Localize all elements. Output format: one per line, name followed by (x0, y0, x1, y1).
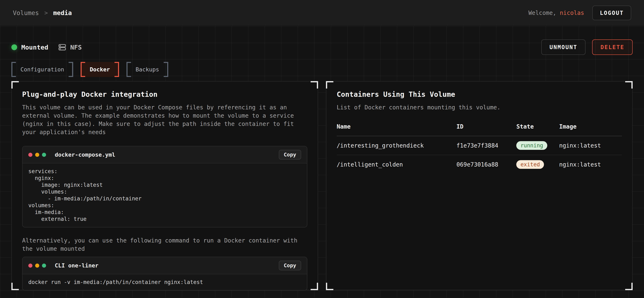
main-content: Mounted NFS UNMOUNT DELETE Configuration… (0, 26, 644, 298)
volume-actions: UNMOUNT DELETE (541, 39, 633, 55)
container-image: nginx:latest (559, 155, 622, 174)
containers-table-header-row: Name ID State Image (337, 123, 622, 136)
window-dot-green-icon (42, 153, 46, 157)
compose-code-text: services: nginx: image: nginx:latest vol… (28, 168, 301, 222)
compose-code-header: docker-compose.yml Copy (22, 146, 307, 163)
window-dots (28, 153, 46, 157)
top-header: Volumes > media Welcome, nicolas LOGOUT (0, 0, 644, 26)
column-header-image: Image (559, 123, 622, 136)
tab-docker[interactable]: Docker (80, 62, 119, 77)
driver-label: NFS (70, 43, 82, 51)
container-name: /interesting_grothendieck (337, 136, 456, 155)
column-header-name: Name (337, 123, 456, 136)
mounted-status-dot-icon (11, 44, 17, 50)
cli-code-body: docker run -v im-media:/path/in/containe… (22, 274, 307, 290)
panel-corner-bracket (311, 81, 318, 89)
username: nicolas (560, 9, 584, 16)
cli-block-title: CLI one-liner (55, 262, 98, 269)
welcome-message: Welcome, nicolas (528, 9, 584, 16)
panel-corner-bracket (625, 283, 633, 290)
panel-corner-bracket (311, 283, 318, 290)
container-image: nginx:latest (559, 136, 622, 155)
compose-code-body: services: nginx: image: nginx:latest vol… (22, 163, 307, 227)
table-row: /interesting_grothendieck f1e73e7f3884 r… (337, 136, 622, 155)
docker-panel-title: Plug-and-play Docker integration (22, 90, 307, 98)
containers-table: Name ID State Image /interesting_grothen… (337, 123, 622, 174)
volume-status-row: Mounted NFS UNMOUNT DELETE (11, 26, 633, 55)
panel-corner-bracket (11, 81, 19, 89)
window-dot-red-icon (28, 264, 32, 268)
breadcrumb: Volumes > media (13, 9, 72, 16)
server-icon (58, 43, 66, 51)
compose-copy-button[interactable]: Copy (279, 150, 301, 159)
panel-corner-bracket (326, 283, 333, 290)
status-badge: running (516, 141, 547, 150)
window-dot-red-icon (28, 153, 32, 157)
compose-code-block: docker-compose.yml Copy services: nginx:… (22, 146, 307, 227)
column-header-id: ID (456, 123, 516, 136)
status-badge: exited (516, 160, 544, 169)
docker-integration-panel: Plug-and-play Docker integration This vo… (11, 81, 318, 290)
containers-panel-subtitle: List of Docker containers mounting this … (337, 103, 622, 112)
status-indicators: Mounted NFS (11, 43, 82, 51)
container-id: 069e73016a88 (456, 155, 516, 174)
breadcrumb-volumes-link[interactable]: Volumes (13, 9, 39, 16)
window-dot-green-icon (42, 264, 46, 268)
logout-button[interactable]: LOGOUT (592, 5, 631, 20)
panel-corner-bracket (326, 81, 333, 89)
panels-container: Plug-and-play Docker integration This vo… (11, 81, 633, 290)
column-header-state: State (516, 123, 559, 136)
table-row: /intelligent_colden 069e73016a88 exited … (337, 155, 622, 174)
docker-panel-description: This volume can be used in your Docker C… (22, 103, 307, 137)
unmount-button[interactable]: UNMOUNT (541, 39, 586, 55)
tab-configuration[interactable]: Configuration (11, 62, 73, 77)
window-dots (28, 264, 46, 268)
cli-code-block: CLI one-liner Copy docker run -v im-medi… (22, 257, 307, 291)
cli-intro-text: Alternatively, you can use the following… (22, 237, 307, 253)
welcome-prefix: Welcome, (528, 9, 560, 16)
mount-status: Mounted (11, 43, 48, 51)
cli-copy-button[interactable]: Copy (279, 261, 301, 270)
container-name: /intelligent_colden (337, 155, 456, 174)
cli-code-text: docker run -v im-media:/path/in/containe… (28, 279, 301, 286)
container-id: f1e73e7f3884 (456, 136, 516, 155)
driver-indicator: NFS (58, 43, 82, 51)
cli-code-header: CLI one-liner Copy (22, 257, 307, 274)
panel-corner-bracket (625, 81, 633, 89)
mount-status-label: Mounted (21, 43, 48, 51)
delete-button[interactable]: DELETE (592, 39, 633, 55)
window-dot-amber-icon (35, 264, 39, 268)
breadcrumb-current-volume: media (53, 9, 72, 16)
containers-panel: Containers Using This Volume List of Doc… (326, 81, 633, 290)
compose-filename: docker-compose.yml (55, 151, 115, 158)
tab-backups[interactable]: Backups (126, 62, 168, 77)
containers-panel-title: Containers Using This Volume (337, 90, 622, 98)
panel-corner-bracket (11, 283, 19, 290)
tab-bar: Configuration Docker Backups (11, 62, 633, 77)
header-right: Welcome, nicolas LOGOUT (528, 5, 631, 20)
window-dot-amber-icon (35, 153, 39, 157)
chevron-right-icon: > (44, 9, 48, 16)
